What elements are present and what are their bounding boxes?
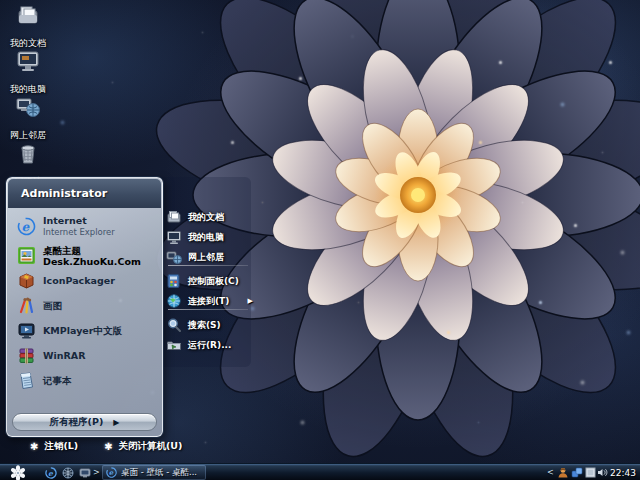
- svg-text:e: e: [22, 219, 31, 233]
- quick-launch-show-desktop-icon[interactable]: [78, 466, 92, 479]
- tray-network-blocks-icon[interactable]: [571, 467, 583, 478]
- start-menu-item-label: 搜索(S): [188, 319, 221, 332]
- my-documents-icon: [166, 209, 182, 225]
- start-menu-item-paint[interactable]: 画图: [12, 293, 157, 318]
- start-flower-icon: [10, 465, 26, 480]
- start-menu-item-label: 我的文档: [188, 211, 224, 224]
- all-programs-arrow-icon: ▶: [113, 418, 119, 427]
- all-programs-label: 所有程序(P): [50, 416, 104, 429]
- notepad-icon: [17, 371, 36, 390]
- start-menu-item-label: 运行(R)...: [188, 339, 231, 352]
- wallpaper-sparkles: [0, 0, 1, 1]
- my-computer-icon: [166, 229, 182, 245]
- start-menu-item-my-documents[interactable]: 我的文档: [166, 207, 251, 227]
- internet-explorer-icon: e: [106, 467, 117, 478]
- start-menu-item-search[interactable]: 搜索(S): [166, 315, 251, 335]
- start-menu-item-label: 桌酷主题Desk.ZhuoKu.Com: [43, 245, 157, 267]
- start-menu-item-my-computer[interactable]: 我的电脑: [166, 227, 251, 247]
- start-menu-item-label: 连接到(T): [188, 295, 229, 308]
- internet-explorer-icon: e: [17, 217, 36, 236]
- run-icon: [166, 337, 182, 353]
- kmplayer-icon: [17, 321, 36, 340]
- desktop-theme-icon: [17, 246, 36, 265]
- iconpackager-icon: [17, 271, 36, 290]
- desktop-icon-my-documents[interactable]: 我的文档: [0, 2, 56, 50]
- shutdown-star-icon: ✱: [104, 441, 112, 452]
- start-menu-item-label: 记事本: [43, 375, 72, 386]
- start-menu-item-label: KMPlayer中文版: [43, 325, 122, 336]
- start-menu-item-winrar[interactable]: WinRAR: [12, 343, 157, 368]
- start-menu-item-notepad[interactable]: 记事本: [12, 368, 157, 393]
- start-menu-item-network-places[interactable]: 网上邻居: [166, 247, 251, 267]
- tray-program-square-icon[interactable]: [585, 467, 597, 478]
- quick-launch-expand-chevron[interactable]: >: [93, 464, 100, 480]
- taskbar-window-button-label: 桌面 - 壁纸 - 桌酷...: [121, 467, 197, 479]
- start-menu-left-panel: Administrator e Internet Internet Explor…: [6, 177, 163, 437]
- start-menu-item-internet[interactable]: e Internet Internet Explorer: [12, 211, 157, 241]
- recycle-bin-icon: [15, 140, 41, 166]
- winrar-icon: [17, 346, 36, 365]
- svg-text:e: e: [48, 468, 54, 477]
- desktop-screen: 我的文档 我的电脑 网上邻居 回收站 Administrator e: [0, 0, 640, 480]
- log-off-label: 注销(L): [44, 440, 78, 453]
- start-menu-item-run[interactable]: 运行(R)...: [166, 335, 251, 355]
- tray-messenger-user-icon[interactable]: [557, 467, 569, 478]
- start-menu-item-iconpackager[interactable]: IconPackager: [12, 268, 157, 293]
- start-menu-separator: [168, 265, 248, 266]
- start-menu-header: Administrator: [8, 179, 161, 208]
- start-menu-item-label: 控制面板(C): [188, 275, 239, 288]
- start-menu-item-connect-to[interactable]: 连接到(T) ▶: [166, 291, 251, 311]
- control-panel-icon: [166, 273, 182, 289]
- quick-launch-ie-icon[interactable]: e: [44, 466, 58, 479]
- logoff-star-icon: ✱: [30, 441, 38, 452]
- shut-down-label: 关闭计算机(U): [119, 440, 183, 453]
- all-programs-button[interactable]: 所有程序(P) ▶: [12, 413, 157, 431]
- desktop-icon-my-computer[interactable]: 我的电脑: [0, 48, 56, 96]
- quick-launch-browser-globe-icon[interactable]: [61, 466, 75, 479]
- start-menu-item-label: 我的电脑: [188, 231, 224, 244]
- start-menu-item-kmplayer[interactable]: KMPlayer中文版: [12, 318, 157, 343]
- shut-down-button[interactable]: ✱ 关闭计算机(U): [104, 440, 182, 453]
- taskbar: e > e 桌面 - 壁纸 - 桌酷... < 22:43: [0, 463, 640, 480]
- start-menu-item-label: 网上邻居: [188, 251, 224, 264]
- start-menu-item-control-panel[interactable]: 控制面板(C): [166, 271, 251, 291]
- tray-volume-icon[interactable]: [597, 467, 609, 478]
- start-menu-item-sublabel: Internet Explorer: [43, 227, 115, 237]
- start-menu-item-label: WinRAR: [43, 350, 85, 361]
- tray-collapse-chevron[interactable]: <: [547, 464, 554, 480]
- connect-to-icon: [166, 293, 182, 309]
- svg-text:e: e: [109, 468, 114, 477]
- taskbar-window-button[interactable]: e 桌面 - 壁纸 - 桌酷...: [102, 465, 206, 480]
- submenu-arrow-icon: ▶: [248, 297, 253, 305]
- start-menu-item-label: 画图: [43, 300, 62, 311]
- start-menu-item-zhuoku-theme[interactable]: 桌酷主题Desk.ZhuoKu.Com: [12, 243, 157, 268]
- network-places-icon: [166, 249, 182, 265]
- my-computer-icon: [15, 48, 41, 74]
- network-places-icon: [15, 94, 41, 120]
- taskbar-clock[interactable]: 22:43: [610, 464, 636, 480]
- search-icon: [166, 317, 182, 333]
- user-name: Administrator: [21, 187, 107, 200]
- start-menu-item-label: Internet Internet Explorer: [43, 215, 115, 238]
- start-menu-footer: ✱ 注销(L) ✱ 关闭计算机(U): [30, 440, 182, 453]
- start-menu-separator: [168, 309, 248, 310]
- start-menu: Administrator e Internet Internet Explor…: [6, 177, 251, 437]
- my-documents-icon: [15, 2, 41, 28]
- start-menu-item-label: IconPackager: [43, 275, 115, 286]
- paint-icon: [17, 296, 36, 315]
- log-off-button[interactable]: ✱ 注销(L): [30, 440, 78, 453]
- start-button[interactable]: [8, 464, 28, 480]
- desktop-icon-network-places[interactable]: 网上邻居: [0, 94, 56, 142]
